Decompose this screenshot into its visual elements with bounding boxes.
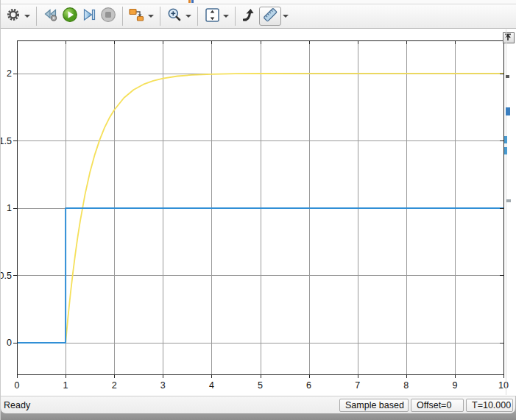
scope-icon-fragment <box>188 0 194 3</box>
svg-text:7: 7 <box>355 380 360 391</box>
step-forward-icon <box>82 7 96 25</box>
toolbar-separator <box>235 7 236 26</box>
settings-gear-icon <box>6 7 21 25</box>
toolbar-separator <box>160 7 160 26</box>
fit-dropdown-caret[interactable] <box>222 6 230 26</box>
background-artifact <box>506 107 510 115</box>
settings-button[interactable] <box>4 6 23 26</box>
background-artifact <box>504 136 507 143</box>
svg-text:2: 2 <box>7 68 12 79</box>
run-button[interactable] <box>60 6 79 26</box>
svg-text:2: 2 <box>112 380 117 391</box>
svg-text:0.5: 0.5 <box>1 271 12 281</box>
status-ready: Ready <box>4 400 339 410</box>
svg-text:8: 8 <box>403 380 409 391</box>
svg-text:10: 10 <box>498 380 509 391</box>
plot-canvas[interactable]: 01234567891000.511.52 <box>1 29 516 396</box>
svg-text:3: 3 <box>160 380 166 391</box>
svg-text:5: 5 <box>258 380 263 391</box>
status-sample-mode: Sample based <box>339 399 409 412</box>
stop-button[interactable] <box>99 6 118 26</box>
background-artifact <box>506 75 509 78</box>
step-back-icon <box>43 7 59 25</box>
toolbar-separator <box>36 7 37 26</box>
stop-icon <box>100 7 116 26</box>
expand-button[interactable] <box>503 32 515 43</box>
status-cells: Sample based Offset=0 T=10.000 <box>339 399 513 412</box>
background-artifact <box>506 199 511 202</box>
svg-text:1: 1 <box>7 203 12 213</box>
highlight-dropdown-caret[interactable] <box>146 6 155 26</box>
simulink-blocks-icon <box>128 7 146 25</box>
zoom-dropdown-caret[interactable] <box>184 6 193 26</box>
measurements-dropdown-caret[interactable] <box>281 6 290 26</box>
step-forward-button[interactable] <box>79 6 99 26</box>
status-sim-time: T=10.000 <box>466 399 513 412</box>
trigger-icon <box>241 7 258 25</box>
zoom-button[interactable] <box>165 6 184 26</box>
scope-toolbar <box>1 4 516 29</box>
status-bar: Ready Sample based Offset=0 T=10.000 <box>1 396 515 413</box>
svg-text:1.5: 1.5 <box>1 136 12 146</box>
status-offset: Offset=0 <box>411 399 464 412</box>
svg-text:4: 4 <box>209 380 214 391</box>
background-artifact <box>506 29 506 395</box>
toolbar-separator <box>197 7 198 26</box>
svg-text:0: 0 <box>7 338 12 348</box>
measurements-ruler-icon <box>262 7 278 25</box>
svg-text:0: 0 <box>15 380 20 391</box>
measurements-button[interactable] <box>259 7 281 26</box>
svg-text:9: 9 <box>452 380 457 391</box>
toolbar-separator <box>122 7 123 26</box>
highlight-blocks-button[interactable] <box>127 6 146 26</box>
background-artifact <box>504 147 507 154</box>
run-icon <box>62 7 78 26</box>
trigger-button[interactable] <box>240 6 259 26</box>
settings-dropdown-caret[interactable] <box>23 6 32 26</box>
svg-text:1: 1 <box>63 380 68 391</box>
scope-plot[interactable]: 01234567891000.511.52 <box>1 29 516 396</box>
svg-text:6: 6 <box>306 380 311 391</box>
fit-to-view-button[interactable] <box>202 6 222 26</box>
fit-to-view-icon <box>205 7 220 26</box>
zoom-in-icon <box>167 7 182 25</box>
scope-window: 01234567891000.511.52 Ready Sample based… <box>0 0 516 420</box>
step-back-button[interactable] <box>41 6 60 26</box>
